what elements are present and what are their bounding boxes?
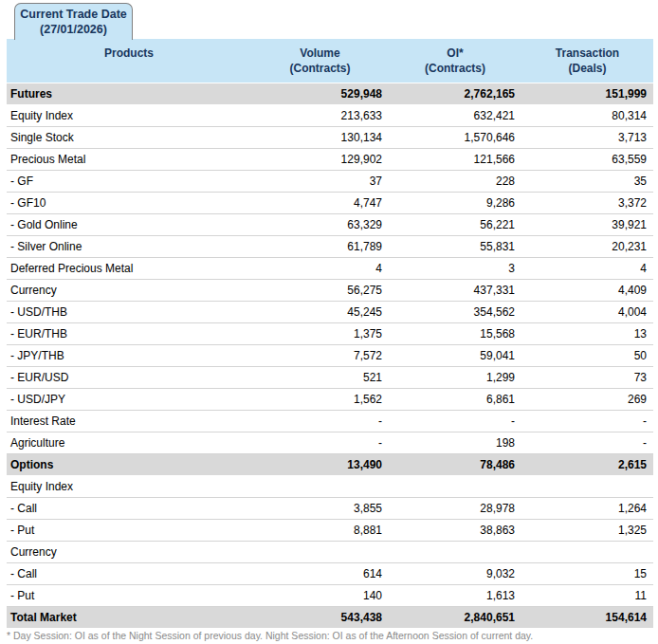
- transaction-cell: 13: [521, 323, 653, 345]
- oi-cell: 15,568: [389, 323, 521, 345]
- oi-footnote: * Day Session: OI as of the Night Sessio…: [7, 629, 651, 642]
- product-cell: Single Stock: [7, 127, 251, 149]
- product-cell: Futures: [7, 83, 251, 105]
- product-cell: Deferred Precious Metal: [7, 258, 251, 280]
- oi-cell: 9,032: [389, 563, 521, 585]
- table-header-row: Products Volume (Contracts) OI* (Contrac…: [7, 39, 653, 83]
- market-summary-page: Current Trade Date (27/01/2026) Products…: [0, 0, 658, 644]
- table-row: Single Stock130,1341,570,6463,713: [7, 127, 653, 149]
- column-header-volume: Volume (Contracts): [251, 39, 389, 83]
- volume-cell: 129,902: [251, 149, 389, 171]
- table-row: Currency56,275437,3314,409: [7, 280, 653, 302]
- transaction-cell: 4,409: [521, 280, 653, 302]
- oi-cell: 9,286: [389, 193, 521, 214]
- product-cell: Equity Index: [7, 105, 251, 127]
- product-cell: - EUR/USD: [7, 367, 251, 389]
- table-row: - EUR/THB1,37515,56813: [7, 323, 653, 345]
- volume-cell: 521: [251, 367, 389, 389]
- transaction-cell: 1,325: [521, 520, 653, 542]
- volume-cell: 3,855: [251, 498, 389, 520]
- oi-cell: 56,221: [389, 214, 521, 236]
- table-row: - EUR/USD5211,29973: [7, 367, 653, 389]
- oi-cell: 55,831: [389, 236, 521, 258]
- product-cell: - Put: [7, 585, 251, 607]
- volume-cell: 37: [251, 171, 389, 193]
- product-cell: Equity Index: [7, 476, 251, 498]
- transaction-cell: 154,614: [521, 607, 653, 629]
- table-row: - USD/THB45,245354,5624,004: [7, 302, 653, 323]
- oi-cell: 121,566: [389, 149, 521, 171]
- oi-cell: 2,762,165: [389, 83, 521, 105]
- table-row: Deferred Precious Metal434: [7, 258, 653, 280]
- oi-cell: 1,613: [389, 585, 521, 607]
- table-row: - Gold Online63,32956,22139,921: [7, 214, 653, 236]
- oi-cell: 38,863: [389, 520, 521, 542]
- oi-cell: 6,861: [389, 389, 521, 411]
- transaction-cell: 50: [521, 345, 653, 367]
- volume-cell: 4,747: [251, 193, 389, 214]
- transaction-cell: 151,999: [521, 83, 653, 105]
- volume-cell: 543,438: [251, 607, 389, 629]
- product-cell: Interest Rate: [7, 411, 251, 432]
- oi-cell: 1,570,646: [389, 127, 521, 149]
- table-row: Equity Index: [7, 476, 653, 498]
- table-row: Interest Rate---: [7, 411, 653, 432]
- volume-cell: 8,881: [251, 520, 389, 542]
- transaction-cell: 3,372: [521, 193, 653, 214]
- product-cell: - USD/THB: [7, 302, 251, 323]
- volume-cell: 614: [251, 563, 389, 585]
- transaction-cell: 35: [521, 171, 653, 193]
- market-summary-table-wrap: Products Volume (Contracts) OI* (Contrac…: [7, 39, 653, 629]
- oi-cell: 78,486: [389, 454, 521, 476]
- transaction-cell: 4,004: [521, 302, 653, 323]
- table-row: Options13,49078,4862,615: [7, 454, 653, 476]
- product-cell: - EUR/THB: [7, 323, 251, 345]
- table-row: - Call6149,03215: [7, 563, 653, 585]
- product-cell: - Call: [7, 498, 251, 520]
- product-cell: - JPY/THB: [7, 345, 251, 367]
- volume-cell: [251, 542, 389, 563]
- volume-cell: 140: [251, 585, 389, 607]
- transaction-cell: 39,921: [521, 214, 653, 236]
- transaction-cell: 269: [521, 389, 653, 411]
- product-cell: - GF: [7, 171, 251, 193]
- transaction-cell: 4: [521, 258, 653, 280]
- table-row: - Put8,88138,8631,325: [7, 520, 653, 542]
- volume-cell: 56,275: [251, 280, 389, 302]
- table-row: - Silver Online61,78955,83120,231: [7, 236, 653, 258]
- market-summary-table: Products Volume (Contracts) OI* (Contrac…: [7, 39, 653, 629]
- table-row: Equity Index213,633632,42180,314: [7, 105, 653, 127]
- oi-cell: 28,978: [389, 498, 521, 520]
- oi-cell: 1,299: [389, 367, 521, 389]
- oi-cell: 632,421: [389, 105, 521, 127]
- tab-title-line1: Current Trade Date: [15, 7, 132, 22]
- oi-cell: -: [389, 411, 521, 432]
- transaction-cell: 1,264: [521, 498, 653, 520]
- transaction-cell: [521, 542, 653, 563]
- tab-current-trade-date[interactable]: Current Trade Date (27/01/2026): [14, 3, 133, 40]
- product-cell: - Call: [7, 563, 251, 585]
- transaction-cell: 15: [521, 563, 653, 585]
- tab-title-line2: (27/01/2026): [15, 22, 132, 37]
- oi-cell: 3: [389, 258, 521, 280]
- transaction-cell: 80,314: [521, 105, 653, 127]
- volume-cell: 213,633: [251, 105, 389, 127]
- product-cell: Total Market: [7, 607, 251, 629]
- table-row: - USD/JPY1,5626,861269: [7, 389, 653, 411]
- table-row: - Call3,85528,9781,264: [7, 498, 653, 520]
- volume-cell: 1,375: [251, 323, 389, 345]
- volume-cell: 13,490: [251, 454, 389, 476]
- table-row: - Put1401,61311: [7, 585, 653, 607]
- product-cell: Precious Metal: [7, 149, 251, 171]
- volume-cell: [251, 476, 389, 498]
- table-row: - JPY/THB7,57259,04150: [7, 345, 653, 367]
- product-cell: - Put: [7, 520, 251, 542]
- oi-cell: 59,041: [389, 345, 521, 367]
- column-header-products: Products: [7, 39, 251, 83]
- volume-cell: -: [251, 411, 389, 432]
- transaction-cell: 73: [521, 367, 653, 389]
- oi-cell: 437,331: [389, 280, 521, 302]
- table-row: Agriculture-198-: [7, 432, 653, 454]
- volume-cell: -: [251, 432, 389, 454]
- oi-cell: 2,840,651: [389, 607, 521, 629]
